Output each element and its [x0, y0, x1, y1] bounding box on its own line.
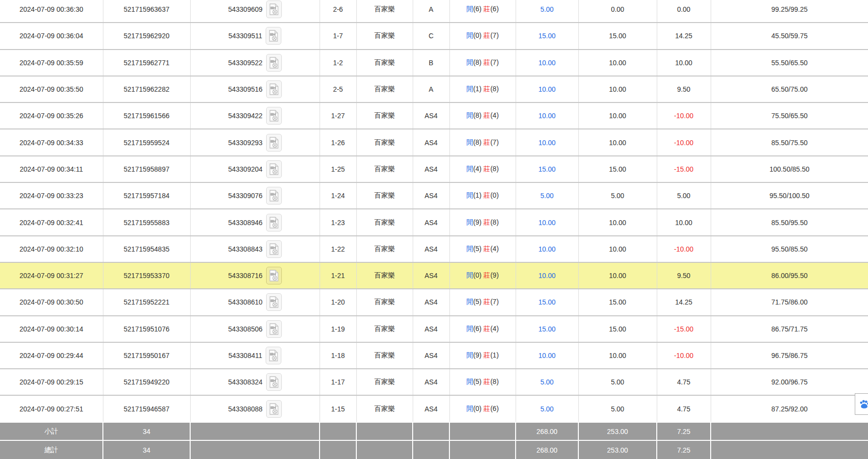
banker-result-label: 莊 [483, 191, 490, 199]
cell-win-loss: 14.25 [657, 23, 711, 49]
cell-totals-count: 34 [103, 422, 190, 441]
cell-win-loss: 10.00 [657, 50, 711, 76]
paw-widget-button[interactable] [855, 393, 868, 415]
player-result-label: 閒 [466, 31, 473, 39]
banker-result-label: 莊 [483, 111, 490, 119]
video-replay-button[interactable] [266, 267, 282, 284]
cell-bet-time: 2024-07-09 00:30:50 [0, 289, 103, 315]
round-id-text: 543309076 [228, 192, 262, 200]
cell-valid-amount: 10.00 [578, 76, 657, 102]
banker-result-score: (7) [490, 31, 498, 39]
banker-result-score: (7) [490, 298, 498, 306]
cell-table-code: AS4 [413, 262, 449, 289]
video-replay-button[interactable] [266, 80, 282, 98]
cell-table-code: AS4 [413, 102, 449, 129]
cell-stake-amount: 10.00 [516, 50, 578, 76]
cell-totals-count: 34 [103, 440, 190, 459]
cell-table-code: A [413, 0, 449, 23]
cell-balance-before-after: 86.00/95.50 [711, 262, 868, 289]
player-result-label: 閒 [466, 218, 473, 226]
cell-game-name: 百家樂 [356, 182, 413, 209]
video-replay-button[interactable] [266, 214, 282, 231]
cell-round-id: 543308716 [190, 262, 320, 289]
video-replay-icon [268, 30, 279, 42]
cell-bet-id: 521715962920 [103, 23, 190, 49]
cell-valid-amount: 10.00 [578, 129, 657, 155]
banker-result-label: 莊 [483, 351, 490, 359]
player-result-score: (5) [473, 298, 481, 306]
video-replay-button[interactable] [266, 54, 282, 72]
video-replay-icon [269, 270, 279, 281]
cell-round-number: 1-15 [320, 395, 356, 422]
cell-bet-id: 521715946587 [103, 395, 190, 422]
cell-win-loss: 14.25 [657, 289, 711, 315]
cell-totals-label: 小計 [0, 422, 103, 441]
cell-round-id: 543308411 [190, 342, 320, 369]
cell-totals-winloss: 7.25 [657, 422, 711, 441]
player-result-score: (5) [473, 378, 481, 385]
banker-result-score: (8) [490, 85, 498, 93]
cell-round-number: 1-2 [320, 50, 356, 76]
cell-round-number: 1-18 [320, 342, 356, 369]
video-replay-button[interactable] [266, 373, 282, 391]
player-result-score: (5) [473, 245, 481, 253]
cell-bet-id: 521715957184 [103, 182, 190, 209]
cell-empty [413, 422, 449, 441]
video-replay-icon [269, 3, 279, 15]
player-result-score: (6) [473, 325, 481, 332]
cell-stake-amount: 10.00 [516, 129, 578, 155]
player-result-score: (1) [473, 191, 481, 199]
player-result-label: 閒 [466, 5, 473, 13]
table-row: 2024-07-09 00:34:11 521715958897 5433092… [0, 156, 868, 182]
cell-empty [711, 440, 868, 459]
cell-stake-amount: 10.00 [516, 342, 578, 369]
cell-round-number: 1-19 [320, 316, 356, 342]
cell-round-id: 543309293 [190, 129, 320, 155]
cell-bet-id: 521715958897 [103, 156, 190, 182]
cell-totals-label: 總計 [0, 440, 103, 459]
video-replay-button[interactable] [266, 400, 282, 418]
video-replay-icon [269, 137, 279, 149]
video-replay-button[interactable] [266, 187, 282, 204]
cell-win-loss: 4.75 [657, 395, 711, 422]
video-replay-button[interactable] [266, 0, 282, 18]
player-result-score: (6) [473, 5, 481, 13]
cell-game-name: 百家樂 [356, 209, 413, 235]
table-row: 2024-07-09 00:36:30 521715963637 5433096… [0, 0, 868, 23]
video-replay-button[interactable] [266, 347, 281, 364]
cell-result: 閒(4) 莊(8) [449, 156, 516, 182]
player-result-label: 閒 [466, 351, 473, 359]
cell-bet-time: 2024-07-09 00:31:27 [0, 262, 103, 289]
video-replay-button[interactable] [266, 293, 282, 311]
cell-empty [413, 440, 449, 459]
cell-table-code: AS4 [413, 395, 449, 422]
cell-bet-id: 521715962771 [103, 50, 190, 76]
table-row: 2024-07-09 00:34:33 521715959524 5433092… [0, 129, 868, 155]
video-replay-button[interactable] [266, 320, 282, 338]
cell-game-name: 百家樂 [356, 156, 413, 182]
cell-result: 閒(8) 莊(4) [449, 102, 516, 129]
round-id-text: 543308716 [228, 272, 262, 280]
cell-table-code: AS4 [413, 209, 449, 235]
video-replay-button[interactable] [266, 134, 282, 152]
cell-round-number: 1-25 [320, 156, 356, 182]
table-row: 2024-07-09 00:32:10 521715954835 5433088… [0, 236, 868, 262]
cell-result: 閒(5) 莊(4) [449, 236, 516, 262]
round-id-text: 543309511 [228, 32, 262, 40]
video-replay-button[interactable] [266, 107, 282, 125]
video-replay-button[interactable] [266, 160, 282, 178]
video-replay-icon [269, 217, 279, 229]
cell-game-name: 百家樂 [356, 236, 413, 262]
player-result-label: 閒 [466, 111, 473, 119]
video-replay-button[interactable] [266, 27, 281, 45]
cell-balance-before-after: 55.50/65.50 [711, 50, 868, 76]
cell-valid-amount: 10.00 [578, 209, 657, 235]
cell-table-code: AS4 [413, 236, 449, 262]
table-row: 2024-07-09 00:35:50 521715962282 5433095… [0, 76, 868, 102]
round-id-text: 543309516 [228, 85, 262, 93]
cell-totals-stake: 268.00 [516, 422, 578, 441]
video-replay-button[interactable] [266, 240, 282, 258]
round-id-text: 543309422 [228, 112, 262, 120]
cell-round-number: 1-17 [320, 369, 356, 395]
cell-win-loss: 9.50 [657, 262, 711, 289]
